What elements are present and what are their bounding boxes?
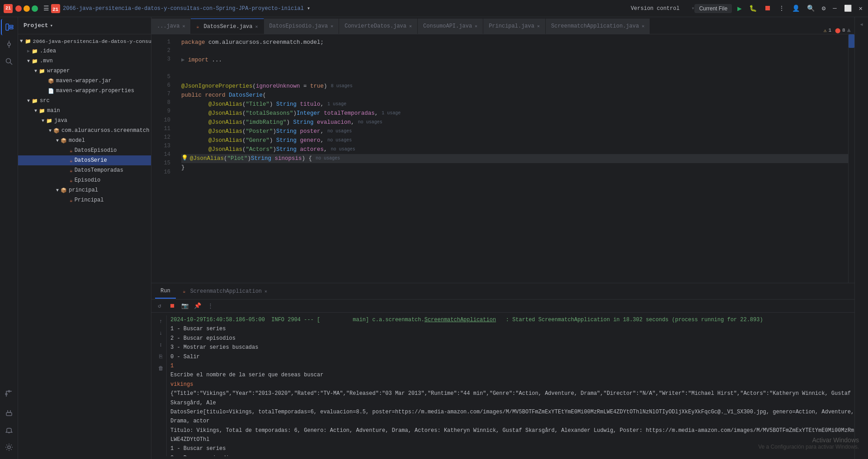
console-line-5: 0 - Salir [170, 352, 854, 361]
chevron-down-icon-main: ▼ [34, 108, 37, 113]
user-icon[interactable]: 👤 [790, 4, 802, 13]
code-line-10: @JsonAlias("imdbRating") String evaluaci… [181, 118, 848, 127]
folder-java-icon: 📁 [46, 118, 52, 124]
tabs-expand-icon[interactable]: ▲ [847, 27, 851, 34]
tree-item-model[interactable]: ▼ 📦 model [18, 136, 151, 145]
more-run-btn[interactable]: ⋮ [206, 301, 215, 310]
trash-btn[interactable]: 🗑 [156, 364, 165, 373]
tree-item-datos-episodio[interactable]: ☕ DatosEpisodio [18, 145, 151, 155]
right-icon-1[interactable]: ◀ [856, 19, 867, 30]
tree-item-mvn[interactable]: ▼ 📁 .mvn [18, 56, 151, 66]
activity-settings-icon[interactable] [1, 439, 17, 455]
run-icon[interactable]: ▶ [736, 3, 744, 14]
tab-datos-serie[interactable]: ☕ DatosSerie.java ✕ [191, 19, 264, 34]
screenmatch-tab-close[interactable]: ✕ [264, 289, 267, 294]
tab-datos-episodio[interactable]: DatosEpisodio.java ✕ [264, 19, 340, 34]
tree-item-principal[interactable]: ☕ Principal [18, 195, 151, 205]
window-min-btn[interactable] [24, 5, 30, 12]
activity-notifications-icon[interactable] [1, 422, 17, 438]
tree-item-datos-serie[interactable]: ☕ DatosSerie [18, 155, 151, 165]
stop-btn[interactable]: ⏹ [762, 3, 773, 14]
tree-item-src[interactable]: ▼ 📁 src [18, 96, 151, 106]
restart-btn[interactable]: ↺ [155, 301, 164, 310]
activity-project-icon[interactable] [1, 19, 17, 35]
package-model-icon: 📦 [61, 138, 67, 144]
version-control-btn[interactable]: Version control [631, 5, 679, 12]
window-max-btn[interactable] [32, 5, 38, 12]
tab-ellipsis[interactable]: ...java ✕ [151, 19, 191, 34]
code-content[interactable]: package com.aluracursos.screenmatch.mode… [174, 34, 848, 283]
tab-close-ellipsis[interactable]: ✕ [182, 23, 185, 29]
tree-label-pkg: com.aluracursos.screenmatch [61, 127, 149, 134]
tab-principal[interactable]: Principal.java ✕ [483, 19, 546, 34]
scroll-down-btn[interactable]: ↓ [156, 329, 165, 338]
restore-icon[interactable]: ⬜ [842, 4, 854, 13]
console-line-0: 2024-10-29T16:40:58.186-05:00 INFO 2904 … [170, 315, 854, 324]
tree-item-wrapper[interactable]: ▼ 📁 wrapper [18, 66, 151, 76]
tree-label-principal: Principal [75, 197, 104, 203]
more-menu-icon[interactable]: ⋮ [777, 4, 787, 13]
activity-debug-icon[interactable] [1, 405, 17, 421]
folder-mvn-icon: 📁 [32, 58, 38, 64]
tab-close-datos-episodio[interactable]: ✕ [330, 23, 333, 29]
props-file-icon: 📄 [48, 88, 54, 94]
debug-icon[interactable]: 🐛 [747, 4, 759, 13]
svg-text:21: 21 [52, 7, 59, 12]
editor-scrollbar[interactable] [848, 34, 854, 283]
pin-btn[interactable]: 📌 [193, 301, 202, 310]
hamburger-icon[interactable]: ☰ [42, 4, 51, 13]
title-bar: 21 ☰ 21 2066-java-persitencia-de-datos-y… [0, 0, 868, 17]
tab-close-screenmatch[interactable]: ✕ [642, 23, 644, 29]
activity-search-icon[interactable] [1, 53, 17, 70]
tree-item-idea[interactable]: ▶ 📁 .idea [18, 46, 151, 56]
close-icon[interactable]: ✕ [857, 4, 864, 13]
screenshot-btn[interactable]: 📷 [180, 301, 189, 310]
bottom-tab-run[interactable]: Run [155, 284, 176, 299]
folder-main-icon: 📁 [39, 108, 45, 114]
tree-item-episodio[interactable]: ☕ Episodio [18, 175, 151, 185]
svg-rect-12 [6, 412, 12, 416]
activity-git-icon[interactable] [1, 386, 17, 402]
window-close-btn[interactable] [15, 5, 22, 12]
search-icon[interactable]: 🔍 [805, 4, 816, 13]
console-json-data: {"Title":"Vikings","Year":"2013-2020","R… [170, 389, 854, 407]
project-header-chevron[interactable]: ▾ [50, 23, 53, 28]
tab-close-convierte[interactable]: ✕ [409, 23, 412, 29]
tab-close-datos-serie[interactable]: ✕ [255, 24, 258, 29]
chevron-down-icon-java: ▼ [42, 118, 44, 123]
settings-icon[interactable]: ⚙ [820, 4, 827, 13]
tab-convierte-datos[interactable]: ConvierteDatos.java ✕ [339, 19, 418, 34]
stop-run-btn[interactable]: ⏹ [168, 301, 177, 310]
chevron-down-icon-principal: ▼ [56, 188, 59, 193]
chevron-right-icon: ▶ [27, 48, 30, 54]
scroll-up-btn[interactable]: ↑ [156, 317, 165, 326]
bottom-tab-screenmatch[interactable]: ☕ ScreenmatchApplication ✕ [178, 284, 273, 299]
tree-item-main[interactable]: ▼ 📁 main [18, 106, 151, 116]
tab-screenmatch-app[interactable]: ScreenmatchApplication.java ✕ [546, 19, 650, 34]
svg-rect-3 [9, 25, 13, 27]
error-count-icon: ⬤ [835, 28, 840, 33]
tab-close-consumo[interactable]: ✕ [475, 23, 477, 29]
java-icon-datos-temporadas: ☕ [70, 168, 73, 173]
tree-item-datos-temporadas[interactable]: ☕ DatosTemporadas [18, 165, 151, 175]
tab-label-convierte-datos: ConvierteDatos.java [344, 23, 406, 29]
tab-label-screenmatch-app: ScreenmatchApplication.java [551, 23, 639, 29]
current-file-button[interactable]: Current File [694, 4, 732, 13]
code-line-6: @JsonIgnoreProperties(ignoreUnknown = tr… [181, 82, 848, 91]
chevron-down-icon-src: ▼ [27, 98, 30, 103]
tree-item-package-root[interactable]: ▼ 📦 com.aluracursos.screenmatch [18, 126, 151, 136]
tree-item-root[interactable]: ▼ 📁 2066-java-persitencia-de-datos-y-con… [18, 36, 151, 46]
tab-close-principal[interactable]: ✕ [537, 23, 540, 29]
copy-btn[interactable]: ⎘ [156, 352, 165, 361]
tree-item-maven-props[interactable]: 📄 maven-wrapper.properties [18, 86, 151, 96]
wrap-btn[interactable]: ↕ [156, 341, 165, 350]
tab-label-consumo-api: ConsumoAPI.java [423, 23, 472, 29]
folder-src-icon: 📁 [32, 98, 38, 104]
activity-commit-icon[interactable] [1, 36, 17, 52]
tree-item-maven-jar[interactable]: 📦 maven-wrapper.jar [18, 76, 151, 86]
tree-item-java[interactable]: ▼ 📁 java [18, 116, 151, 126]
tree-label-java: java [54, 117, 67, 124]
tab-consumo-api[interactable]: ConsumoAPI.java ✕ [418, 19, 483, 34]
tree-item-principal-pkg[interactable]: ▼ 📦 principal [18, 185, 151, 195]
minimize-icon[interactable]: ─ [831, 4, 838, 13]
